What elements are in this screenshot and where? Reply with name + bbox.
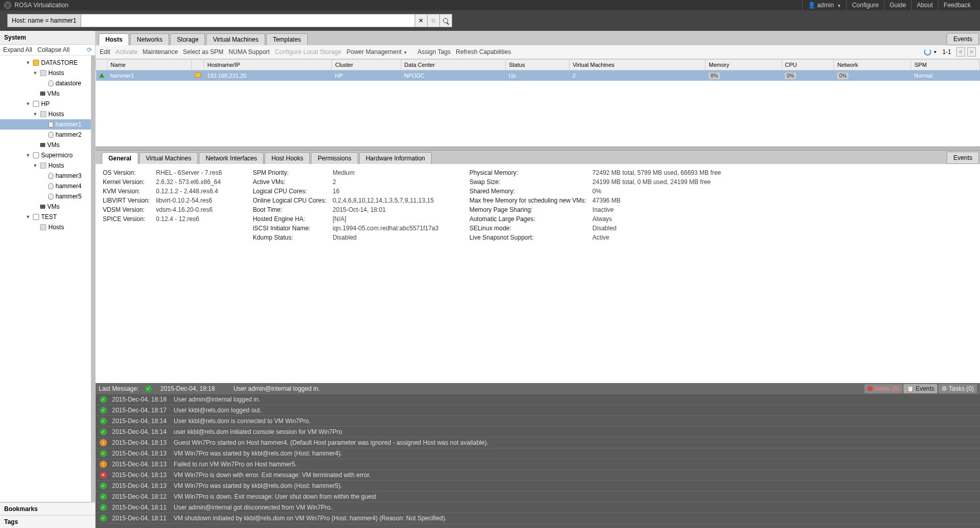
event-row[interactable]: ✓2015-Dec-04, 18:17User kkbl@rels.dom lo… [96, 405, 980, 416]
alerts-button[interactable]: Alerts (6) [864, 384, 902, 393]
tree-item-datastore[interactable]: datastore [0, 78, 91, 88]
tab-templates[interactable]: Templates [266, 33, 308, 45]
search-clear-button[interactable]: ✕ [415, 14, 428, 27]
search-favorite-button[interactable]: ☆ [428, 14, 440, 27]
tree-item-hp[interactable]: ▼HP [0, 99, 91, 109]
toolbar: EditActivateMaintenanceSelect as SPMNUMA… [96, 45, 980, 59]
event-row[interactable]: ✓2015-Dec-04, 18:13VM Win7Pro was starte… [96, 448, 980, 459]
events-list[interactable]: ✓2015-Dec-04, 18:18User admin@internal l… [96, 394, 980, 528]
event-row[interactable]: ✕2015-Dec-04, 18:13VM Win7Pro is down wi… [96, 470, 980, 481]
col-name[interactable]: Name [107, 60, 192, 70]
tree-item-datastore[interactable]: ▼DATASTORE [0, 58, 91, 68]
event-row[interactable]: ✓2015-Dec-04, 18:18User admin@internal l… [96, 394, 980, 405]
toolbar-assign-tags[interactable]: Assign Tags [418, 48, 451, 56]
splitter[interactable] [96, 147, 980, 151]
events-button[interactable]: 📋 Events [903, 384, 938, 393]
toolbar-select-as-spm[interactable]: Select as SPM [183, 48, 224, 56]
pager-next[interactable]: > [967, 47, 976, 57]
subtab-hardware-information[interactable]: Hardware Information [359, 152, 432, 164]
col-status[interactable]: Status [506, 60, 569, 70]
col-icon[interactable] [96, 60, 107, 70]
event-row[interactable]: !2015-Dec-04, 18:13Failed to run VM Win7… [96, 459, 980, 470]
tree-item-hammer2[interactable]: hammer2 [0, 130, 91, 140]
subtab-network-interfaces[interactable]: Network Interfaces [199, 152, 264, 164]
tree-item-vms[interactable]: VMs [0, 88, 91, 99]
refresh-icon[interactable] [924, 48, 931, 56]
tree-arrow-icon[interactable]: ▼ [33, 70, 38, 76]
tree-item-supermicro[interactable]: ▼Supermicro [0, 150, 91, 160]
event-row[interactable]: ✓2015-Dec-04, 18:14User kkbl@rels.dom is… [96, 416, 980, 427]
toolbar-power-management[interactable]: Power Management▼ [346, 48, 412, 56]
tree-item-hammer1[interactable]: hammer1 [0, 119, 91, 130]
tasks-button[interactable]: ⚙ Tasks (0) [938, 384, 977, 393]
refresh-tree-button[interactable]: ⟳ [87, 46, 92, 53]
tree-item-hammer5[interactable]: hammer5 [0, 191, 91, 202]
tree-label: VMs [47, 203, 60, 210]
user-menu[interactable]: 👤 admin ▼ [802, 0, 846, 10]
event-time: 2015-Dec-04, 18:12 [112, 493, 174, 500]
tree-item-hosts[interactable]: ▼Hosts [0, 109, 91, 119]
tab-hosts[interactable]: Hosts [99, 33, 129, 45]
col-virtual-machines[interactable]: Virtual Machines [569, 60, 706, 70]
tree-item-hammer4[interactable]: hammer4 [0, 181, 91, 191]
event-row[interactable]: ✓2015-Dec-04, 18:11VM shutdown initiated… [96, 513, 980, 524]
tree-item-test[interactable]: ▼TEST [0, 212, 91, 222]
nav-configure[interactable]: Configure [846, 0, 884, 10]
tree-item-hosts[interactable]: Hosts [0, 222, 91, 232]
col-spm[interactable]: SPM [911, 60, 980, 70]
col-cpu[interactable]: CPU [782, 60, 834, 70]
col-data-center[interactable]: Data Center [401, 60, 505, 70]
tree-arrow-icon[interactable]: ▼ [33, 163, 38, 168]
tab-networks[interactable]: Networks [130, 33, 169, 45]
event-row[interactable]: ✓2015-Dec-04, 18:12VM Win7Pro is down. E… [96, 491, 980, 502]
col-hostname-ip[interactable]: Hostname/IP [204, 60, 332, 70]
toolbar-refresh-capabilities[interactable]: Refresh Capabilities [456, 48, 511, 56]
collapse-all[interactable]: Collapse All [38, 46, 70, 53]
cell-cpu: 0% [785, 72, 796, 79]
event-row[interactable]: ✓2015-Dec-04, 18:11User admin@internal g… [96, 502, 980, 513]
tree[interactable]: ▼DATASTORE▼HostsdatastoreVMs▼HP▼Hostsham… [0, 56, 95, 502]
subtab-host-hooks[interactable]: Host Hooks [265, 152, 310, 164]
tree-arrow-icon[interactable]: ▼ [33, 112, 38, 117]
subtab-virtual-machines[interactable]: Virtual Machines [139, 152, 198, 164]
search-prefix[interactable]: Host: name = hammer1 [7, 14, 81, 27]
tree-item-vms[interactable]: VMs [0, 140, 91, 150]
tree-arrow-icon[interactable]: ▼ [26, 214, 31, 220]
search-button[interactable] [440, 14, 452, 27]
tree-arrow-icon[interactable]: ▼ [26, 153, 31, 158]
tree-item-vms[interactable]: VMs [0, 202, 91, 212]
col-memory[interactable]: Memory [706, 60, 782, 70]
subtab-general[interactable]: General [102, 152, 138, 164]
tab-events[interactable]: Events [947, 33, 979, 45]
tree-item-hosts[interactable]: ▼Hosts [0, 68, 91, 78]
event-row[interactable]: ✓2015-Dec-04, 18:13VM Win7Pro was starte… [96, 481, 980, 491]
col-icon[interactable] [192, 60, 204, 70]
tree-arrow-icon[interactable]: ▼ [26, 101, 31, 106]
col-cluster[interactable]: Cluster [332, 60, 401, 70]
nav-guide[interactable]: Guide [884, 0, 911, 10]
subtab-permissions[interactable]: Permissions [311, 152, 358, 164]
search-input[interactable] [81, 14, 415, 27]
subtab-events[interactable]: Events [947, 152, 979, 164]
tree-item-hosts[interactable]: ▼Hosts [0, 160, 91, 171]
tree-arrow-icon[interactable]: ▼ [26, 60, 31, 65]
folder-icon [40, 111, 46, 117]
ok-icon: ✓ [100, 396, 107, 403]
cell-net: 0% [837, 72, 848, 79]
tags-section[interactable]: Tags [0, 515, 95, 528]
toolbar-edit[interactable]: Edit [100, 48, 110, 56]
expand-all[interactable]: Expand All [3, 46, 32, 53]
table-row[interactable]: hammer1 192.168.231.20 HP NPODC Up 2 8% … [96, 70, 980, 81]
nav-about[interactable]: About [911, 0, 938, 10]
pager-prev[interactable]: < [956, 47, 965, 57]
tab-virtual-machines[interactable]: Virtual Machines [206, 33, 265, 45]
event-row[interactable]: ✓2015-Dec-04, 18:14user kkbl@rels.dom in… [96, 427, 980, 438]
nav-feedback[interactable]: Feedback [938, 0, 976, 10]
tab-storage[interactable]: Storage [170, 33, 205, 45]
bookmarks-section[interactable]: Bookmarks [0, 502, 95, 515]
toolbar-numa-support[interactable]: NUMA Support [229, 48, 270, 56]
event-row[interactable]: !2015-Dec-04, 18:13Guest Win7Pro started… [96, 438, 980, 448]
col-network[interactable]: Network [834, 60, 911, 70]
tree-item-hammer3[interactable]: hammer3 [0, 171, 91, 181]
toolbar-maintenance[interactable]: Maintenance [142, 48, 178, 56]
